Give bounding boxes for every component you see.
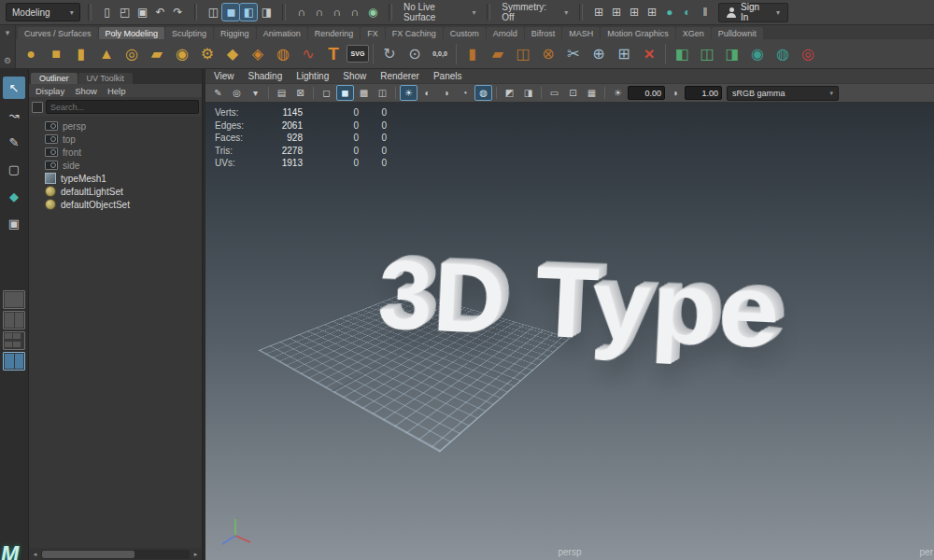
shadows-icon[interactable]: ◐ bbox=[418, 85, 436, 101]
shelf-tab-curves-surfaces[interactable]: Curves / Surfaces bbox=[18, 27, 98, 39]
viewport-menu-renderer[interactable]: Renderer bbox=[380, 71, 419, 81]
construction-aids-icon[interactable]: ↻ bbox=[377, 42, 402, 66]
marquee-select-tool[interactable]: ▢ bbox=[3, 158, 25, 180]
poly-plane-icon[interactable]: ▰ bbox=[145, 42, 169, 66]
layout-four-panes-button[interactable] bbox=[3, 331, 25, 350]
render-current-frame-icon[interactable]: ● bbox=[661, 4, 678, 21]
render-settings-icon[interactable]: ⊞ bbox=[644, 4, 660, 21]
outliner-item-defaultlightset[interactable]: defaultLightSet bbox=[29, 185, 202, 198]
outliner-search-input[interactable] bbox=[46, 100, 199, 114]
poly-cube-icon[interactable]: ■ bbox=[44, 42, 68, 66]
new-scene-icon[interactable]: ▯ bbox=[99, 4, 116, 21]
extrude-icon[interactable]: ▮ bbox=[460, 42, 485, 66]
viewport-canvas[interactable]: Verts:114500Edges:206100Faces:92800Tris:… bbox=[205, 103, 934, 560]
gamma-icon[interactable]: ◑ bbox=[666, 85, 684, 101]
occlusion-icon[interactable]: ◑ bbox=[437, 85, 455, 101]
outliner-menu-show[interactable]: Show bbox=[75, 86, 97, 96]
snap-to-plane-icon[interactable]: ∩ bbox=[347, 4, 363, 21]
film-gate-icon[interactable]: ▭ bbox=[545, 85, 563, 101]
layout-persp-outliner-button[interactable] bbox=[3, 352, 25, 371]
image-plane-icon[interactable]: ▤ bbox=[273, 85, 290, 101]
hypershade-icon[interactable]: ⊞ bbox=[608, 4, 625, 21]
shelf-tab-mash[interactable]: MASH bbox=[562, 27, 600, 39]
redo-icon[interactable]: ↷ bbox=[170, 4, 187, 21]
lasso-select-tool[interactable]: ↝ bbox=[3, 104, 25, 126]
light-editor-icon[interactable]: ⊞ bbox=[626, 4, 643, 21]
combine-icon[interactable]: ◫ bbox=[695, 42, 719, 66]
scroll-right-icon[interactable]: ▸ bbox=[191, 551, 201, 558]
default-lighting-icon[interactable]: ☀ bbox=[400, 85, 417, 101]
open-scene-icon[interactable]: ◰ bbox=[117, 4, 134, 21]
viewport-menu-shading[interactable]: Shading bbox=[248, 71, 283, 81]
poly-cylinder-icon[interactable]: ▮ bbox=[69, 42, 93, 66]
filter-icon[interactable] bbox=[32, 102, 43, 113]
tab-uv-toolkit[interactable]: UV Toolkit bbox=[78, 73, 133, 84]
smooth-mesh-icon[interactable]: ◉ bbox=[745, 42, 770, 66]
select-asset-icon[interactable]: ◨ bbox=[258, 4, 275, 21]
wireframe-mode-icon[interactable]: ◻ bbox=[318, 85, 335, 101]
move-tool[interactable]: ◆ bbox=[3, 185, 25, 207]
poly-cone-icon[interactable]: ▲ bbox=[94, 42, 119, 66]
paint-select-tool[interactable]: ✎ bbox=[3, 131, 25, 153]
render-view-icon[interactable]: ⊞ bbox=[590, 4, 607, 21]
sweep-mesh-icon[interactable]: ∿ bbox=[296, 42, 320, 66]
select-tool[interactable]: ↖ bbox=[3, 77, 25, 99]
reduce-icon[interactable]: ◍ bbox=[771, 42, 795, 66]
motion-blur-icon[interactable]: ◔ bbox=[456, 85, 474, 101]
outliner-item-side[interactable]: side bbox=[29, 159, 202, 172]
poly-platonic-icon[interactable]: ◆ bbox=[220, 42, 245, 66]
resolution-gate-icon[interactable]: ⊡ bbox=[564, 85, 582, 101]
xray-icon[interactable]: ◨ bbox=[519, 85, 537, 101]
scroll-left-icon[interactable]: ◂ bbox=[30, 551, 40, 558]
mirror-icon[interactable]: ◧ bbox=[670, 42, 694, 66]
bevel-icon[interactable]: ▰ bbox=[486, 42, 510, 66]
outliner-menu-display[interactable]: Display bbox=[35, 86, 64, 96]
snap-to-grid-icon[interactable]: ∩ bbox=[293, 4, 310, 21]
pause-viewport-icon[interactable]: ‖ bbox=[697, 4, 714, 21]
gate-mask-icon[interactable]: ▦ bbox=[583, 85, 601, 101]
shelf-tab-fx-caching[interactable]: FX Caching bbox=[386, 27, 443, 39]
viewport-menu-view[interactable]: View bbox=[214, 71, 234, 81]
target-weld-icon[interactable]: ⊕ bbox=[587, 42, 611, 66]
wireframe-on-shaded-icon[interactable]: ◫ bbox=[374, 85, 391, 101]
ipr-render-icon[interactable]: ◐ bbox=[679, 4, 696, 21]
outliner-item-top[interactable]: top bbox=[29, 133, 202, 146]
poly-soccer-ball-icon[interactable]: ◍ bbox=[271, 42, 295, 66]
shelf-tab-bifrost[interactable]: Bifrost bbox=[525, 27, 562, 39]
shelf-menu-icon[interactable]: ▾ bbox=[6, 28, 10, 37]
gamma-field[interactable]: 1.00 bbox=[685, 86, 722, 100]
outliner-item-front[interactable]: front bbox=[29, 146, 202, 159]
shaded-mode-icon[interactable]: ◼ bbox=[336, 85, 354, 101]
textured-mode-icon[interactable]: ▩ bbox=[355, 85, 373, 101]
outliner-menu-help[interactable]: Help bbox=[107, 86, 126, 96]
poly-super-shape-icon[interactable]: ◈ bbox=[246, 42, 270, 66]
live-surface-dropdown[interactable]: No Live Surface ▾ bbox=[400, 2, 480, 22]
shelf-tab-animation[interactable]: Animation bbox=[257, 27, 307, 39]
shelf-tab-arnold[interactable]: Arnold bbox=[487, 27, 524, 39]
tab-outliner[interactable]: Outliner bbox=[31, 73, 78, 84]
multisample-aa-icon[interactable]: ◍ bbox=[474, 85, 492, 101]
snap-to-curve-icon[interactable]: ∩ bbox=[311, 4, 328, 21]
quad-draw-icon[interactable]: ⊞ bbox=[612, 42, 636, 66]
shelf-gear-icon[interactable]: ⚙ bbox=[4, 56, 11, 65]
outliner-item-typemesh1[interactable]: typeMesh1 bbox=[29, 172, 202, 185]
live-surface-shelf-icon[interactable]: ⊙ bbox=[403, 42, 427, 66]
shelf-tab-rigging[interactable]: Rigging bbox=[214, 27, 256, 39]
select-object-icon[interactable]: ◼ bbox=[222, 4, 239, 21]
viewport-menu-show[interactable]: Show bbox=[343, 71, 366, 81]
poly-gear-icon[interactable]: ⚙ bbox=[195, 42, 219, 66]
separate-icon[interactable]: ◨ bbox=[720, 42, 744, 66]
viewport-menu-panels[interactable]: Panels bbox=[433, 71, 462, 81]
grease-pencil-icon[interactable]: ✎ bbox=[209, 85, 227, 101]
undo-icon[interactable]: ↶ bbox=[152, 4, 169, 21]
isolate-select-icon[interactable]: ◩ bbox=[501, 85, 518, 101]
save-scene-icon[interactable]: ▣ bbox=[134, 4, 151, 21]
center-pivot-icon[interactable]: ◎ bbox=[796, 42, 820, 66]
poly-sphere-icon[interactable]: ● bbox=[19, 42, 43, 66]
color-space-dropdown[interactable]: sRGB gamma▾ bbox=[727, 86, 839, 101]
shelf-tab-motion-graphics[interactable]: Motion Graphics bbox=[601, 27, 675, 39]
bridge-icon[interactable]: ◫ bbox=[511, 42, 535, 66]
pan-zoom-icon[interactable]: ⊠ bbox=[291, 85, 309, 101]
camera-lock-icon[interactable]: ◎ bbox=[228, 85, 246, 101]
snap-to-point-icon[interactable]: ∩ bbox=[329, 4, 346, 21]
